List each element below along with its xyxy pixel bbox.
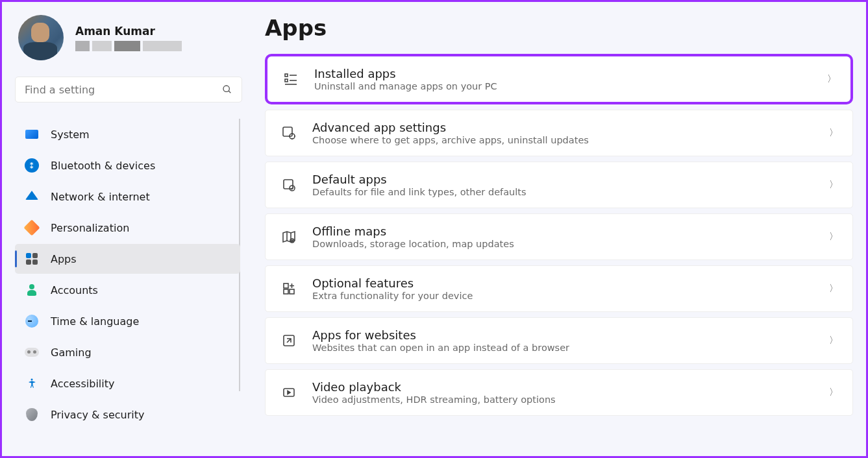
installed-apps-icon — [282, 70, 300, 88]
card-title: Optional features — [312, 276, 829, 290]
personalization-icon — [24, 220, 40, 235]
card-advanced-settings[interactable]: Advanced app settings Choose where to ge… — [265, 110, 853, 156]
sidebar-item-label: Network & internet — [51, 191, 150, 203]
card-apps-websites[interactable]: Apps for websites Websites that can open… — [265, 317, 853, 364]
sidebar-item-system[interactable]: System — [15, 119, 240, 149]
card-desc: Downloads, storage location, map updates — [312, 239, 829, 249]
sidebar-item-accessibility[interactable]: Accessibility — [15, 368, 240, 398]
sidebar-item-label: Bluetooth & devices — [51, 160, 155, 172]
sidebar-item-label: Time & language — [51, 315, 139, 328]
card-default-apps[interactable]: Default apps Defaults for file and link … — [265, 162, 853, 208]
profile-section[interactable]: Aman Kumar — [15, 15, 252, 60]
svg-line-1 — [229, 91, 230, 93]
svg-rect-15 — [290, 289, 294, 294]
search-icon[interactable] — [222, 84, 232, 95]
card-video-playback[interactable]: Video playback Video adjustments, HDR st… — [265, 369, 853, 416]
sidebar-item-label: Accessibility — [51, 378, 114, 390]
offline-maps-icon — [280, 228, 298, 246]
accounts-icon — [24, 282, 40, 298]
sidebar-item-label: Accounts — [51, 284, 98, 296]
card-desc: Websites that can open in an app instead… — [312, 343, 829, 353]
system-icon — [24, 127, 40, 142]
sidebar-item-apps[interactable]: Apps — [15, 244, 240, 274]
profile-name: Aman Kumar — [75, 25, 182, 38]
default-apps-icon — [280, 176, 298, 194]
card-installed-apps[interactable]: Installed apps Uninstall and manage apps… — [265, 54, 853, 104]
card-offline-maps[interactable]: Offline maps Downloads, storage location… — [265, 213, 853, 260]
avatar — [18, 15, 64, 60]
gaming-icon — [24, 344, 40, 360]
sidebar-item-label: Apps — [51, 253, 77, 265]
sidebar-item-time[interactable]: Time & language — [15, 306, 240, 336]
svg-rect-13 — [284, 283, 288, 288]
card-desc: Extra functionality for your device — [312, 291, 829, 301]
sidebar-item-label: Privacy & security — [51, 409, 144, 421]
chevron-right-icon: 〉 — [829, 179, 838, 191]
card-desc: Choose where to get apps, archive apps, … — [312, 135, 829, 145]
card-desc: Uninstall and manage apps on your PC — [314, 81, 827, 91]
sidebar-item-network[interactable]: Network & internet — [15, 182, 240, 211]
chevron-right-icon: 〉 — [829, 387, 838, 398]
chevron-right-icon: 〉 — [827, 73, 836, 85]
sidebar-item-accounts[interactable]: Accounts — [15, 275, 240, 305]
card-title: Apps for websites — [312, 328, 829, 342]
chevron-right-icon: 〉 — [829, 335, 838, 346]
advanced-settings-icon — [280, 124, 298, 142]
optional-features-icon — [280, 280, 298, 298]
card-title: Advanced app settings — [312, 121, 829, 134]
bluetooth-icon: ⁑ — [24, 158, 40, 173]
sidebar: Aman Kumar System ⁑ Bluetooth & devices — [2, 2, 252, 456]
search-box[interactable] — [15, 77, 242, 102]
time-icon — [24, 313, 40, 329]
apps-websites-icon — [280, 331, 298, 350]
chevron-right-icon: 〉 — [829, 127, 838, 139]
privacy-icon — [24, 407, 40, 422]
sidebar-item-label: Gaming — [51, 346, 92, 359]
apps-icon — [24, 251, 40, 267]
profile-email-redacted — [75, 41, 182, 51]
card-title: Video playback — [312, 380, 829, 394]
chevron-right-icon: 〉 — [829, 283, 838, 295]
svg-point-2 — [31, 379, 33, 381]
sidebar-item-label: Personalization — [51, 222, 129, 234]
nav: System ⁑ Bluetooth & devices Network & i… — [15, 119, 252, 430]
main-content: Apps Installed apps Uninstall and manage… — [252, 2, 866, 456]
accessibility-icon — [24, 376, 40, 391]
chevron-right-icon: 〉 — [829, 231, 838, 243]
card-title: Offline maps — [312, 224, 829, 238]
card-desc: Video adjustments, HDR streaming, batter… — [312, 394, 829, 405]
network-icon — [24, 189, 40, 204]
svg-rect-3 — [285, 74, 288, 77]
page-title: Apps — [265, 15, 853, 41]
sidebar-item-bluetooth[interactable]: ⁑ Bluetooth & devices — [15, 151, 240, 180]
sidebar-item-personalization[interactable]: Personalization — [15, 213, 240, 243]
card-desc: Defaults for file and link types, other … — [312, 187, 829, 197]
sidebar-item-privacy[interactable]: Privacy & security — [15, 400, 240, 429]
sidebar-item-gaming[interactable]: Gaming — [15, 337, 240, 367]
card-optional-features[interactable]: Optional features Extra functionality fo… — [265, 265, 853, 312]
svg-rect-10 — [284, 180, 293, 189]
svg-point-0 — [223, 86, 229, 91]
video-playback-icon — [280, 383, 298, 402]
card-title: Installed apps — [314, 67, 827, 80]
svg-rect-4 — [285, 79, 288, 82]
svg-rect-14 — [284, 289, 288, 294]
sidebar-item-label: System — [51, 128, 90, 141]
search-input[interactable] — [25, 84, 222, 96]
svg-rect-8 — [283, 127, 292, 136]
card-title: Default apps — [312, 173, 829, 186]
